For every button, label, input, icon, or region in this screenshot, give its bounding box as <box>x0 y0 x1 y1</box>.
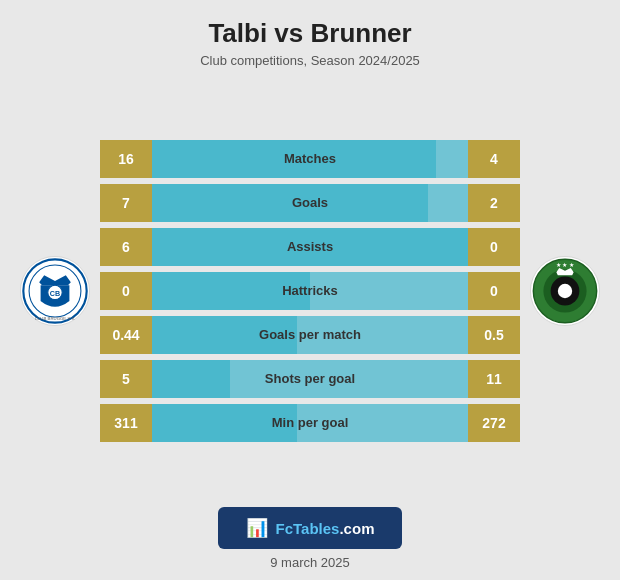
stat-label: Min per goal <box>272 415 349 430</box>
svg-text:CLUB BRUGGE K.V.: CLUB BRUGGE K.V. <box>35 315 75 320</box>
stat-row: 311Min per goal272 <box>100 404 520 442</box>
stat-label: Matches <box>284 151 336 166</box>
stat-label: Goals <box>292 195 328 210</box>
stat-label: Assists <box>287 239 333 254</box>
team-logo-right: ★ ★ ★ <box>520 255 610 327</box>
page-title: Talbi vs Brunner <box>0 18 620 49</box>
stat-right-value: 0 <box>468 272 520 310</box>
stat-bar-area: Hattricks <box>100 272 520 310</box>
stat-left-value: 5 <box>100 360 152 398</box>
fctables-logo: 📊 FcTables.com <box>218 507 403 549</box>
logo-text: FcTables.com <box>276 520 375 537</box>
stat-right-value: 0.5 <box>468 316 520 354</box>
stat-label: Hattricks <box>282 283 338 298</box>
stat-row: 5Shots per goal11 <box>100 360 520 398</box>
svg-point-11 <box>558 283 572 297</box>
main-content: CB CLUB BRUGGE K.V. 16Matches47Goals26As… <box>0 84 620 497</box>
stat-left-value: 6 <box>100 228 152 266</box>
stat-bar-area: Goals <box>100 184 520 222</box>
stat-bar-area: Min per goal <box>100 404 520 442</box>
stat-row: 6Assists0 <box>100 228 520 266</box>
stat-left-value: 0.44 <box>100 316 152 354</box>
stat-bar-area: Shots per goal <box>100 360 520 398</box>
bottom-section: 📊 FcTables.com 9 march 2025 <box>0 497 620 580</box>
chart-icon: 📊 <box>246 517 268 539</box>
stat-left-value: 0 <box>100 272 152 310</box>
stat-right-value: 272 <box>468 404 520 442</box>
svg-text:CB: CB <box>50 289 60 298</box>
stat-left-value: 16 <box>100 140 152 178</box>
stat-row: 7Goals2 <box>100 184 520 222</box>
svg-text:★ ★ ★: ★ ★ ★ <box>556 261 574 267</box>
stat-right-value: 0 <box>468 228 520 266</box>
stat-bar-area: Matches <box>100 140 520 178</box>
logo-text-accent: FcTables <box>276 520 340 537</box>
team-logo-left: CB CLUB BRUGGE K.V. <box>10 255 100 327</box>
stat-bar-area: Goals per match <box>100 316 520 354</box>
subtitle: Club competitions, Season 2024/2025 <box>0 53 620 68</box>
header: Talbi vs Brunner Club competitions, Seas… <box>0 0 620 76</box>
stat-label: Goals per match <box>259 327 361 342</box>
stat-left-value: 7 <box>100 184 152 222</box>
stat-row: 0.44Goals per match0.5 <box>100 316 520 354</box>
stat-right-value: 4 <box>468 140 520 178</box>
stat-left-value: 311 <box>100 404 152 442</box>
stats-container: 16Matches47Goals26Assists00Hattricks00.4… <box>100 140 520 442</box>
stat-row: 0Hattricks0 <box>100 272 520 310</box>
stat-row: 16Matches4 <box>100 140 520 178</box>
stat-label: Shots per goal <box>265 371 355 386</box>
stat-right-value: 11 <box>468 360 520 398</box>
stat-bar-area: Assists <box>100 228 520 266</box>
stat-right-value: 2 <box>468 184 520 222</box>
footer-date: 9 march 2025 <box>270 555 350 570</box>
